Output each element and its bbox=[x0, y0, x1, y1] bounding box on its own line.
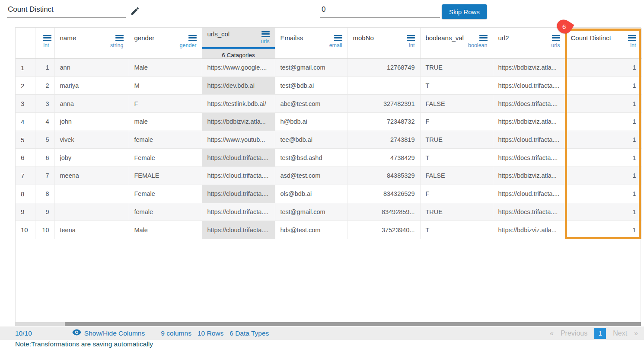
column-header-gender[interactable]: gendergender bbox=[129, 28, 202, 59]
column-header-url2[interactable]: url2urls bbox=[493, 28, 565, 59]
cell-count_distinct[interactable]: 1 bbox=[565, 203, 641, 221]
previous-page-button[interactable]: Previous bbox=[561, 330, 587, 337]
cell-serial[interactable]: 10 bbox=[35, 221, 54, 239]
cell-mobno[interactable] bbox=[348, 77, 420, 95]
cell-gender[interactable]: FEMALE bbox=[129, 167, 202, 185]
cell-gender[interactable]: male bbox=[129, 113, 202, 131]
cell-serial[interactable]: 1 bbox=[35, 59, 54, 77]
cell-name[interactable]: mariya bbox=[54, 77, 129, 95]
column-header-mobno[interactable]: mobNoint bbox=[348, 28, 420, 59]
cell-mobno[interactable]: 37523940... bbox=[348, 221, 420, 239]
column-header-name[interactable]: namestring bbox=[54, 28, 129, 59]
cell-count_distinct[interactable]: 1 bbox=[565, 59, 641, 77]
cell-mobno[interactable]: 12768749 bbox=[348, 59, 420, 77]
cell-mobno[interactable]: 834326529 bbox=[348, 185, 420, 203]
cell-name[interactable] bbox=[54, 185, 129, 203]
menu-bars-icon[interactable] bbox=[479, 34, 488, 42]
cell-name[interactable]: john bbox=[54, 113, 129, 131]
cell-urls_col[interactable]: https://cloud.trifacta.... bbox=[202, 167, 275, 185]
column-header-serial[interactable]: int bbox=[35, 28, 54, 59]
cell-url2[interactable]: https://bdbizviz.atla... bbox=[493, 221, 565, 239]
cell-name[interactable]: anna bbox=[54, 95, 129, 113]
cell-gender[interactable]: Female bbox=[129, 185, 202, 203]
cell-serial[interactable]: 8 bbox=[35, 185, 54, 203]
cell-count_distinct[interactable]: 1 bbox=[565, 221, 641, 239]
cell-count_distinct[interactable]: 1 bbox=[565, 131, 641, 149]
menu-bars-icon[interactable] bbox=[334, 34, 342, 42]
cell-count_distinct[interactable]: 1 bbox=[565, 113, 641, 131]
cell-url2[interactable]: https://docs.trifacta.... bbox=[493, 203, 565, 221]
skip-rows-input[interactable]: 0 bbox=[320, 4, 440, 18]
cell-emailss[interactable]: asd@test.com bbox=[275, 167, 348, 185]
cell-url2[interactable]: https://bdbizviz.atla... bbox=[493, 167, 565, 185]
next-page-button[interactable]: Next bbox=[613, 330, 627, 337]
cell-serial[interactable]: 2 bbox=[35, 77, 54, 95]
cell-serial[interactable]: 5 bbox=[35, 131, 54, 149]
show-hide-columns-button[interactable]: Show/Hide Columns bbox=[72, 329, 145, 337]
cell-booleans_val[interactable]: TRUE bbox=[420, 59, 493, 77]
cell-count_distinct[interactable]: 1 bbox=[565, 185, 641, 203]
column-header-emailss[interactable]: Emailssemail bbox=[275, 28, 348, 59]
cell-emailss[interactable]: h@bdb.ai bbox=[275, 113, 348, 131]
cell-urls_col[interactable]: https://dev.bdb.ai bbox=[202, 77, 275, 95]
cell-url2[interactable]: https://cloud.trifacta.... bbox=[493, 185, 565, 203]
last-page-button[interactable]: » bbox=[634, 330, 638, 337]
cell-urls_col[interactable]: https://cloud.trifacta.... bbox=[202, 149, 275, 167]
menu-bars-icon[interactable] bbox=[552, 34, 560, 42]
cell-emailss[interactable]: tee@bdb.ai bbox=[275, 131, 348, 149]
cell-url2[interactable]: https://docs.trifacta.... bbox=[493, 149, 565, 167]
current-page-button[interactable]: 1 bbox=[594, 328, 606, 339]
cell-mobno[interactable]: 83492859... bbox=[348, 203, 420, 221]
cell-urls_col[interactable]: https://cloud.trifacta.... bbox=[202, 203, 275, 221]
cell-mobno[interactable]: 327482391 bbox=[348, 95, 420, 113]
cell-gender[interactable]: M bbox=[129, 77, 202, 95]
cell-url2[interactable]: https://bdbizviz.atla... bbox=[493, 59, 565, 77]
first-page-button[interactable]: « bbox=[550, 330, 554, 337]
cell-name[interactable]: meena bbox=[54, 167, 129, 185]
cell-name[interactable]: joby bbox=[54, 149, 129, 167]
scrollbar-thumb[interactable] bbox=[65, 322, 641, 326]
cell-emailss[interactable]: abc@test.com bbox=[275, 95, 348, 113]
cell-urls_col[interactable]: https://bdbizviz.atla... bbox=[202, 113, 275, 131]
cell-name[interactable]: vivek bbox=[54, 131, 129, 149]
cell-count_distinct[interactable]: 1 bbox=[565, 149, 641, 167]
cell-gender[interactable]: Male bbox=[129, 59, 202, 77]
menu-bars-icon[interactable] bbox=[188, 34, 197, 42]
cell-serial[interactable]: 3 bbox=[35, 95, 54, 113]
cell-mobno[interactable]: 2743819 bbox=[348, 131, 420, 149]
column-header-urls_col[interactable]: urls_colurls6 Catagories bbox=[202, 28, 275, 59]
skip-rows-button[interactable]: Skip Rows bbox=[442, 4, 487, 19]
cell-gender[interactable]: F bbox=[129, 95, 202, 113]
cell-urls_col[interactable]: https://www.google.... bbox=[202, 59, 275, 77]
cell-booleans_val[interactable]: T bbox=[420, 221, 493, 239]
cell-emailss[interactable]: test@bsd.ashd bbox=[275, 149, 348, 167]
column-header-booleans_val[interactable]: booleans_valboolean bbox=[420, 28, 493, 59]
cell-emailss[interactable]: test@gmail.com bbox=[275, 203, 348, 221]
cell-gender[interactable]: Female bbox=[129, 149, 202, 167]
menu-bars-icon[interactable] bbox=[115, 34, 124, 42]
cell-serial[interactable]: 4 bbox=[35, 113, 54, 131]
cell-urls_col[interactable]: https://cloud.trifacta.... bbox=[202, 185, 275, 203]
cell-name[interactable]: teena bbox=[54, 221, 129, 239]
menu-bars-icon[interactable] bbox=[628, 34, 636, 42]
cell-serial[interactable]: 6 bbox=[35, 149, 54, 167]
cell-count_distinct[interactable]: 1 bbox=[565, 167, 641, 185]
cell-urls_col[interactable]: https://testlink.bdb.ai/ bbox=[202, 95, 275, 113]
horizontal-scrollbar[interactable] bbox=[15, 322, 641, 326]
cell-count_distinct[interactable]: 1 bbox=[565, 95, 641, 113]
transform-name-input[interactable]: Count Distinct bbox=[7, 4, 126, 18]
cell-mobno[interactable]: 72348732 bbox=[348, 113, 420, 131]
cell-booleans_val[interactable]: TRUE bbox=[420, 203, 493, 221]
cell-mobno[interactable]: 84385329 bbox=[348, 167, 420, 185]
cell-url2[interactable]: https://bdbizviz.atla... bbox=[493, 113, 565, 131]
cell-mobno[interactable]: 4738429 bbox=[348, 149, 420, 167]
cell-urls_col[interactable]: https://www.youtub... bbox=[202, 131, 275, 149]
cell-booleans_val[interactable]: F bbox=[420, 185, 493, 203]
cell-url2[interactable]: https://cloud.trifacta.... bbox=[493, 131, 565, 149]
cell-url2[interactable]: https://cloud.trifacta.... bbox=[493, 77, 565, 95]
cell-gender[interactable]: female bbox=[129, 203, 202, 221]
cell-serial[interactable]: 9 bbox=[35, 203, 54, 221]
cell-url2[interactable]: https://docs.trifacta.... bbox=[493, 95, 565, 113]
cell-booleans_val[interactable]: TRUE bbox=[420, 131, 493, 149]
cell-booleans_val[interactable]: FALSE bbox=[420, 167, 493, 185]
